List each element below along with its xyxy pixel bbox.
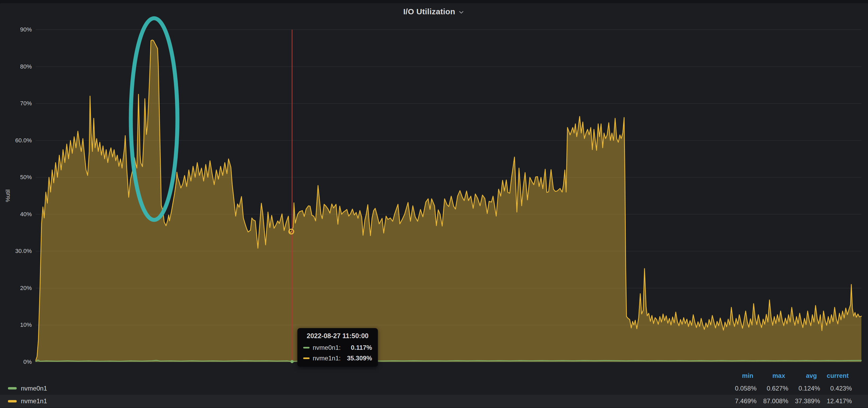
legend-header-current[interactable]: current xyxy=(820,371,852,380)
panel-header[interactable]: I/O Utilization xyxy=(0,3,868,20)
tooltip-series-label: nvme1n1: xyxy=(313,354,341,362)
legend-row-nvme1n1[interactable]: nvme1n1 7.469% 87.008% 37.389% 12.417% xyxy=(0,395,868,407)
series-color-swatch-yellow xyxy=(303,358,310,359)
legend-row-nvme0n1[interactable]: nvme0n1 0.058% 0.627% 0.124% 0.423% xyxy=(0,382,868,395)
time-series-chart[interactable] xyxy=(36,24,861,362)
chevron-down-icon[interactable] xyxy=(458,9,465,15)
stat-avg: 37.389% xyxy=(788,398,820,405)
stat-max: 0.627% xyxy=(756,385,788,392)
legend-swatch-yellow[interactable] xyxy=(8,400,17,402)
tooltip-series-value: 35.309% xyxy=(347,354,372,362)
legend-header-max[interactable]: max xyxy=(756,371,788,380)
legend-series-name[interactable]: nvme0n1 xyxy=(21,385,47,392)
legend-label-group[interactable]: nvme1n1 xyxy=(8,395,47,407)
legend-stats: 7.469% 87.008% 37.389% 12.417% xyxy=(725,395,852,407)
stat-min: 7.469% xyxy=(725,398,756,405)
y-tick-label: 90% xyxy=(0,26,32,34)
tooltip-series-label: nvme0n1: xyxy=(313,344,341,351)
legend-swatch-green[interactable] xyxy=(8,387,17,389)
series-color-swatch-green xyxy=(303,347,310,348)
hover-tooltip: 2022-08-27 11:50:00 nvme0n1: 0.117% nvme… xyxy=(298,328,378,367)
tooltip-series-value: 0.117% xyxy=(351,344,372,351)
y-tick-label: 60.0% xyxy=(0,137,32,144)
legend-stats: 0.058% 0.627% 0.124% 0.423% xyxy=(725,382,852,395)
stat-avg: 0.124% xyxy=(788,385,820,392)
y-tick-label: 40% xyxy=(0,210,32,218)
chart-canvas[interactable] xyxy=(36,24,861,362)
hover-marker-nvme0n1 xyxy=(290,360,294,363)
tooltip-row-nvme0n1: nvme0n1: 0.117% xyxy=(303,342,372,353)
stat-max: 87.008% xyxy=(756,398,788,405)
y-tick-label: 50% xyxy=(0,173,32,181)
y-tick-label: 0% xyxy=(0,358,32,366)
stat-min: 0.058% xyxy=(725,385,756,392)
panel-title[interactable]: I/O Utilization xyxy=(403,7,455,16)
y-tick-label: 70% xyxy=(0,100,32,107)
legend-label-group[interactable]: nvme0n1 xyxy=(8,382,47,395)
grafana-io-utilization-screenshot: { "panel": { "title": "I/O Utilization" … xyxy=(0,0,868,408)
y-tick-label: 20% xyxy=(0,284,32,292)
stat-current: 0.423% xyxy=(820,385,852,392)
y-tick-label: 30.0% xyxy=(0,247,32,255)
tooltip-timestamp: 2022-08-27 11:50:00 xyxy=(303,332,372,340)
legend-header-min[interactable]: min xyxy=(725,371,756,380)
stat-current: 12.417% xyxy=(820,398,852,405)
y-tick-label: 80% xyxy=(0,63,32,71)
y-axis-unit-label: %util xyxy=(4,190,11,202)
legend-header-avg[interactable]: avg xyxy=(788,371,820,380)
tooltip-row-nvme1n1: nvme1n1: 35.309% xyxy=(303,353,372,364)
legend-stat-headers: min max avg current xyxy=(725,371,852,380)
legend-series-name[interactable]: nvme1n1 xyxy=(21,398,47,405)
series-fill-nvme1n1 xyxy=(36,40,861,362)
y-tick-label: 10% xyxy=(0,321,32,329)
